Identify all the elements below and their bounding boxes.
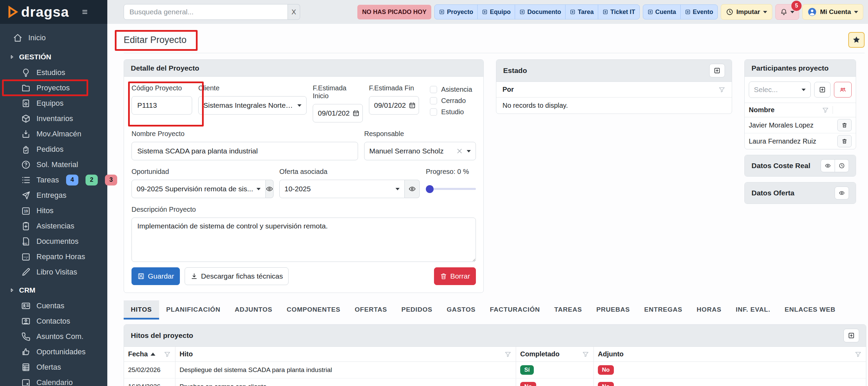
filter-icon[interactable]	[822, 106, 829, 114]
new-tarea-button[interactable]: Tarea	[565, 4, 598, 19]
sidebar-item-ofertas[interactable]: Ofertas	[0, 359, 107, 375]
estado-add-button[interactable]	[709, 64, 725, 77]
new-documento-button[interactable]: Documento	[515, 4, 565, 19]
clear-x-icon[interactable]	[456, 147, 463, 155]
sidebar-item-entregas[interactable]: Entregas	[0, 188, 107, 203]
new-equipo-button[interactable]: Equipo	[477, 4, 515, 19]
descargar-fichas-button[interactable]: Descargar fichas técnicas	[185, 267, 289, 285]
column-adjunto[interactable]: Adjunto	[593, 347, 866, 361]
estado-column-header: Por	[496, 82, 732, 98]
participante-delete-button[interactable]	[837, 119, 852, 131]
sidebar-section-crm[interactable]: CRM	[0, 282, 107, 298]
new-cuenta-button[interactable]: Cuenta	[643, 4, 681, 19]
participante-delete-button[interactable]	[837, 135, 852, 147]
sidebar-item-contactos[interactable]: Contactos	[0, 313, 107, 329]
tab-facturacion[interactable]: FACTURACIÓN	[483, 300, 547, 320]
borrar-button[interactable]: Borrar	[434, 267, 476, 285]
brand-logo-icon	[7, 5, 19, 19]
filter-icon[interactable]	[854, 351, 862, 358]
oferta-view-button[interactable]	[405, 180, 420, 198]
hito-table-row[interactable]: 16/04/2026 Pruebas en campo con cliente …	[124, 378, 866, 386]
sidebar-item-sol-material[interactable]: Sol. Material	[0, 157, 107, 172]
search-clear-button[interactable]: X	[288, 4, 300, 20]
tab-enlaces-web[interactable]: ENLACES WEB	[777, 300, 842, 320]
new-evento-button[interactable]: Evento	[680, 4, 718, 19]
tab-horas[interactable]: HORAS	[689, 300, 729, 320]
column-hito[interactable]: Hito	[175, 347, 516, 361]
imputar-button[interactable]: Imputar	[721, 4, 773, 20]
datos-oferta-header: Datos Oferta	[745, 182, 856, 204]
tab-hitos[interactable]: HITOS	[124, 300, 159, 320]
sidebar-item-mov-almacen[interactable]: Mov.Almacén	[0, 126, 107, 142]
tab-pedidos[interactable]: PEDIDOS	[394, 300, 439, 320]
sidebar-item-inicio[interactable]: Inicio	[0, 29, 107, 46]
sidebar-item-inventarios[interactable]: Inventarios	[0, 111, 107, 126]
participante-group-button[interactable]	[834, 82, 852, 98]
datos-oferta-view-button[interactable]	[835, 187, 849, 199]
responsable-select[interactable]: Manuel Serrano Scholz	[364, 142, 476, 160]
hito-table-row[interactable]: 25/02/2026 Despliegue del sistema SCADA …	[124, 362, 866, 378]
tab-planificacion[interactable]: PLANIFICACIÓN	[159, 300, 228, 320]
tab-ofertas[interactable]: OFERTAS	[347, 300, 394, 320]
hitos-proyecto-header: Hitos del proyecto	[124, 325, 866, 347]
sidebar-item-proyectos[interactable]: Proyectos	[0, 80, 107, 95]
hito-add-button[interactable]	[843, 329, 859, 342]
progreso-slider[interactable]	[426, 180, 476, 198]
column-completado[interactable]: Completado	[516, 347, 593, 361]
datos-coste-view-button[interactable]	[821, 159, 835, 172]
tab-tareas[interactable]: TAREAS	[547, 300, 589, 320]
filter-icon[interactable]	[164, 351, 171, 358]
tab-entregas[interactable]: ENTREGAS	[637, 300, 689, 320]
sidebar-section-gestion[interactable]: GESTIÓN	[0, 49, 107, 65]
cliente-select[interactable]: Sistemas Integrales Norte S.A.	[198, 96, 307, 115]
filter-icon[interactable]	[582, 351, 589, 358]
sidebar-item-calendario[interactable]: Calendario	[0, 375, 107, 386]
sidebar-toggle-button[interactable]	[81, 8, 89, 16]
filter-icon[interactable]	[504, 351, 512, 358]
participante-add-button[interactable]	[814, 82, 831, 98]
new-proyecto-button[interactable]: Proyecto	[434, 4, 478, 19]
f-estimada-fin-input[interactable]: 09/01/202	[369, 96, 419, 115]
sidebar-item-pedidos[interactable]: Pedidos	[0, 142, 107, 157]
descripcion-proyecto-textarea[interactable]: Implementación de sistema de control y s…	[131, 218, 476, 262]
tab-pruebas[interactable]: PRUEBAS	[589, 300, 637, 320]
notifications-button[interactable]: 5	[775, 4, 799, 20]
datos-coste-time-button[interactable]	[835, 159, 849, 172]
sidebar-item-documentos[interactable]: Documentos	[0, 234, 107, 249]
estudio-checkbox[interactable]	[430, 108, 437, 116]
oferta-asociada-select[interactable]: 10-2025	[279, 180, 405, 198]
tab-inf-eval[interactable]: INF. EVAL.	[729, 300, 778, 320]
progreso-slider-thumb[interactable]	[426, 185, 434, 193]
sidebar-item-tareas[interactable]: Tareas 4 2 3	[0, 172, 107, 188]
my-account-button[interactable]: Mi Cuenta	[802, 4, 863, 20]
participante-select[interactable]: Selec...	[749, 81, 811, 98]
sidebar-item-estudios[interactable]: Estudios	[0, 65, 107, 80]
sidebar-item-asuntos-com[interactable]: Asuntos Com.	[0, 329, 107, 344]
new-ticket-it-button[interactable]: Ticket IT	[598, 4, 640, 19]
sidebar-item-libro-visitas[interactable]: Libro Visitas	[0, 264, 107, 280]
sidebar-item-cuentas[interactable]: Cuentas	[0, 298, 107, 313]
sidebar-item-asistencias[interactable]: Asistencias	[0, 218, 107, 234]
asistencia-checkbox[interactable]	[430, 86, 437, 93]
tab-componentes[interactable]: COMPONENTES	[280, 300, 348, 320]
sidebar-item-oportunidades[interactable]: Oportunidades	[0, 344, 107, 359]
guardar-button[interactable]: Guardar	[131, 267, 180, 285]
calendar-icon	[408, 102, 416, 109]
completado-badge: No	[520, 382, 536, 386]
favorite-button[interactable]	[848, 32, 865, 48]
codigo-proyecto-input[interactable]	[131, 96, 192, 115]
adjunto-badge: No	[598, 365, 614, 375]
sidebar-item-hitos[interactable]: Hitos	[0, 203, 107, 218]
oportunidad-select[interactable]: 09-2025 Supervisión remota de sis...	[131, 180, 266, 198]
tab-adjuntos[interactable]: ADJUNTOS	[228, 300, 280, 320]
f-estimada-inicio-input[interactable]: 09/01/202	[313, 104, 363, 122]
nombre-proyecto-input[interactable]	[131, 142, 358, 160]
cerrado-checkbox[interactable]	[430, 97, 437, 104]
search-input[interactable]	[124, 4, 288, 20]
tab-gastos[interactable]: GASTOS	[439, 300, 483, 320]
column-fecha[interactable]: Fecha	[124, 347, 175, 361]
sidebar-item-equipos[interactable]: Equipos	[0, 95, 107, 111]
oportunidad-view-button[interactable]	[266, 180, 274, 198]
filter-icon[interactable]	[718, 86, 726, 93]
sidebar-item-reparto-horas[interactable]: Reparto Horas	[0, 249, 107, 264]
